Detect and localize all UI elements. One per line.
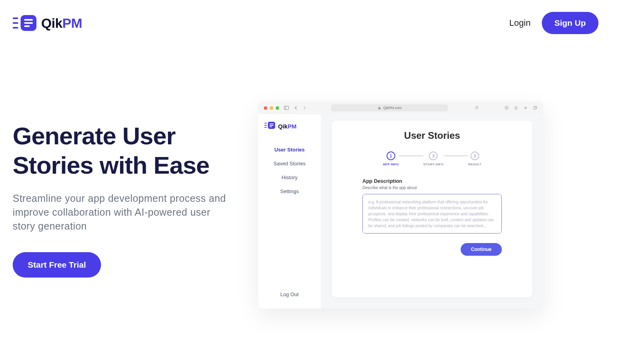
card-title: User Stories bbox=[345, 130, 520, 141]
svg-rect-2 bbox=[13, 27, 18, 29]
download-icon bbox=[504, 106, 509, 110]
svg-rect-0 bbox=[13, 17, 18, 19]
svg-rect-1 bbox=[13, 22, 18, 24]
step-label: STORY INFO bbox=[423, 163, 444, 166]
main-card: User Stories 1 APP INFO 2 STORY INFO bbox=[332, 121, 532, 297]
svg-rect-17 bbox=[264, 123, 267, 124]
sidebar-icon bbox=[283, 106, 290, 110]
svg-rect-23 bbox=[270, 126, 272, 127]
header-actions: Login Sign Up bbox=[509, 12, 598, 34]
form-label: App Description bbox=[362, 178, 502, 184]
start-trial-button[interactable]: Start Free Trial bbox=[13, 252, 101, 278]
sidebar-item-saved-stories[interactable]: Saved Stories bbox=[258, 157, 321, 170]
sidebar-item-history[interactable]: History bbox=[258, 170, 321, 184]
site-header: QikPM Login Sign Up bbox=[0, 0, 644, 46]
back-icon bbox=[293, 106, 298, 110]
sidebar-item-logout[interactable]: Log Out bbox=[258, 287, 321, 301]
svg-rect-18 bbox=[264, 125, 267, 126]
brand-logo[interactable]: QikPM bbox=[13, 14, 82, 32]
minimize-icon bbox=[270, 106, 273, 110]
browser-content: QikPM User Stories Saved Stories History… bbox=[258, 114, 543, 308]
app-sidebar: QikPM User Stories Saved Stories History… bbox=[258, 114, 321, 308]
svg-rect-16 bbox=[533, 107, 536, 109]
step-app-info: 1 APP INFO bbox=[383, 151, 399, 166]
svg-rect-4 bbox=[24, 19, 33, 21]
plus-icon bbox=[523, 106, 528, 110]
browser-right-icons bbox=[504, 106, 538, 110]
browser-mockup: QikPM.com bbox=[258, 102, 543, 308]
svg-rect-9 bbox=[378, 108, 380, 109]
address-bar: QikPM.com bbox=[331, 104, 448, 111]
svg-rect-6 bbox=[24, 25, 30, 27]
svg-rect-5 bbox=[24, 22, 33, 24]
step-story-info: 2 STORY INFO bbox=[423, 151, 444, 166]
logo-icon bbox=[13, 14, 36, 32]
close-icon bbox=[264, 106, 267, 110]
svg-rect-19 bbox=[264, 127, 267, 128]
step-connector bbox=[444, 155, 468, 156]
sidebar-item-settings[interactable]: Settings bbox=[258, 184, 321, 198]
browser-toolbar: QikPM.com bbox=[258, 102, 543, 114]
form-section: App Description Describe what is the app… bbox=[345, 178, 520, 235]
svg-rect-22 bbox=[270, 125, 274, 126]
lock-icon bbox=[378, 106, 381, 109]
app-main: User Stories 1 APP INFO 2 STORY INFO bbox=[321, 114, 543, 308]
step-connector bbox=[399, 155, 423, 156]
logo-text: QikPM bbox=[41, 15, 82, 31]
hero-subtitle: Streamline your app development process … bbox=[13, 192, 234, 233]
form-sublabel: Describe what is the app about bbox=[362, 186, 502, 190]
app-description-input[interactable] bbox=[362, 194, 502, 234]
step-label: RESULT bbox=[468, 163, 481, 166]
traffic-lights bbox=[264, 106, 279, 110]
step-number: 3 bbox=[471, 151, 479, 160]
app-logo-icon bbox=[264, 121, 276, 131]
maximize-icon bbox=[276, 106, 279, 110]
hero-title: Generate User Stories with Ease bbox=[13, 121, 234, 180]
continue-button[interactable]: Continue bbox=[461, 243, 502, 256]
svg-rect-21 bbox=[270, 123, 274, 124]
tabs-icon bbox=[532, 106, 538, 110]
stepper: 1 APP INFO 2 STORY INFO 3 RESU bbox=[345, 151, 520, 166]
step-number: 2 bbox=[429, 151, 438, 160]
step-result: 3 RESULT bbox=[468, 151, 481, 166]
step-label: APP INFO bbox=[383, 163, 399, 166]
app-logo-text: QikPM bbox=[278, 123, 297, 130]
sidebar-item-user-stories[interactable]: User Stories bbox=[258, 143, 321, 157]
hero-preview: QikPM.com bbox=[258, 70, 644, 278]
app-logo: QikPM bbox=[258, 121, 321, 143]
hero-section: Generate User Stories with Ease Streamli… bbox=[0, 46, 644, 278]
login-link[interactable]: Login bbox=[509, 18, 531, 28]
forward-icon bbox=[302, 106, 307, 110]
signup-button[interactable]: Sign Up bbox=[542, 12, 598, 34]
share-icon bbox=[513, 106, 519, 110]
refresh-icon bbox=[474, 106, 480, 110]
svg-rect-7 bbox=[284, 106, 289, 110]
step-number: 1 bbox=[387, 151, 395, 160]
url-text: QikPM.com bbox=[383, 106, 402, 110]
hero-content: Generate User Stories with Ease Streamli… bbox=[13, 70, 234, 278]
